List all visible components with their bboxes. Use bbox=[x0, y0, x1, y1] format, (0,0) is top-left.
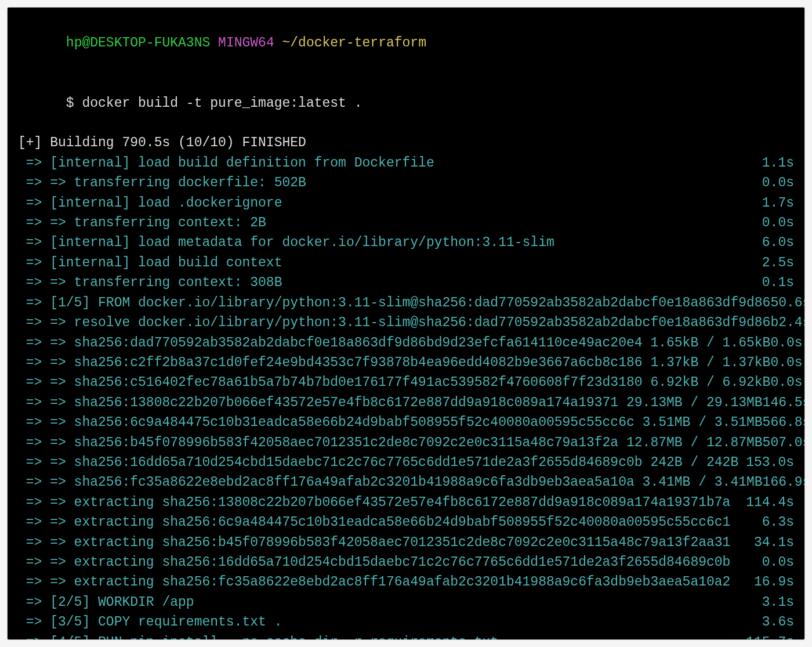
build-line-text: => => transferring context: 308B bbox=[18, 273, 762, 292]
build-line: => => extracting sha256:fc35a8622e8ebd2a… bbox=[18, 572, 794, 592]
build-line-text: => [internal] load build definition from… bbox=[18, 153, 762, 173]
build-line: => => sha256:6c9a484475c10b31eadca58e66b… bbox=[18, 413, 794, 432]
build-line: => [internal] load .dockerignore1.7s bbox=[18, 193, 794, 213]
terminal-window[interactable]: hp@DESKTOP-FUKA3NS MINGW64 ~/docker-terr… bbox=[7, 7, 805, 640]
build-line-time: 1.1s bbox=[762, 153, 794, 173]
build-line-text: => [internal] load metadata for docker.i… bbox=[18, 233, 762, 252]
build-line: => [internal] load build definition from… bbox=[18, 153, 794, 173]
prompt-user: hp@DESKTOP-FUKA3NS bbox=[66, 35, 218, 50]
build-line: => => extracting sha256:b45f078996b583f4… bbox=[18, 533, 794, 552]
build-line-text: => => extracting sha256:16dd65a710d254cb… bbox=[18, 552, 762, 572]
prompt-env: MINGW64 bbox=[218, 35, 282, 50]
build-line-time: 6.3s bbox=[762, 512, 794, 532]
build-output: => [internal] load build definition from… bbox=[18, 153, 794, 640]
build-line-text: => => transferring dockerfile: 502B bbox=[18, 173, 762, 193]
build-line: => => extracting sha256:13808c22b207b066… bbox=[18, 493, 794, 512]
build-line-text: => [internal] load build context bbox=[18, 253, 762, 273]
build-line: => [internal] load metadata for docker.i… bbox=[18, 233, 794, 252]
build-line-text: => [4/5] RUN pip install --no-cache-dir … bbox=[18, 632, 746, 640]
build-line: => => sha256:13808c22b207b066ef43572e57e… bbox=[18, 393, 794, 413]
build-line: => => extracting sha256:16dd65a710d254cb… bbox=[18, 552, 794, 572]
build-line-time: 6.0s bbox=[762, 233, 794, 252]
build-line-text: => => sha256:b45f078996b583f42058aec7012… bbox=[18, 433, 763, 453]
build-line-text: => => extracting sha256:fc35a8622e8ebd2a… bbox=[18, 572, 754, 592]
build-line: => => sha256:fc35a8622e8ebd2ac8ff176a49a… bbox=[18, 472, 794, 492]
build-line-time: 3.1s bbox=[762, 592, 794, 612]
build-line-text: => => sha256:c2ff2b8a37c1d0fef24e9bd4353… bbox=[18, 353, 770, 373]
build-line: => => resolve docker.io/library/python:3… bbox=[18, 313, 794, 332]
command-line: $ docker build -t pure_image:latest . bbox=[18, 73, 794, 133]
build-line-time: 0.0s bbox=[762, 552, 794, 572]
build-line-text: => => resolve docker.io/library/python:3… bbox=[18, 313, 778, 332]
build-line-text: => => extracting sha256:6c9a484475c10b31… bbox=[18, 512, 762, 532]
build-line-time: 0.0s bbox=[762, 173, 794, 193]
build-line-text: => [2/5] WORKDIR /app bbox=[18, 592, 762, 612]
build-line: => => sha256:c2ff2b8a37c1d0fef24e9bd4353… bbox=[18, 353, 794, 373]
prompt-path: ~/docker-terraform bbox=[282, 35, 426, 50]
build-line: => => extracting sha256:6c9a484475c10b31… bbox=[18, 512, 794, 532]
build-line-time: 0.0s bbox=[762, 213, 794, 233]
build-line-time: 0.0s bbox=[770, 353, 802, 373]
build-line-time: 0.0s bbox=[770, 373, 802, 392]
build-line-time: 153.0s bbox=[746, 453, 794, 472]
build-line-text: => => sha256:16dd65a710d254cbd15daebc71c… bbox=[18, 453, 746, 472]
build-line-time: 114.4s bbox=[746, 493, 794, 512]
build-line-time: 0.1s bbox=[762, 273, 794, 292]
build-line-time: 566.8s bbox=[763, 413, 805, 432]
build-line-time: 650.6s bbox=[763, 293, 805, 313]
build-line-time: 507.0s bbox=[763, 433, 805, 453]
build-line-time: 146.5s bbox=[763, 393, 805, 413]
build-line-text: => [internal] load .dockerignore bbox=[18, 193, 762, 213]
build-line: => [1/5] FROM docker.io/library/python:3… bbox=[18, 293, 794, 313]
build-line-text: => => sha256:13808c22b207b066ef43572e57e… bbox=[18, 393, 763, 413]
build-line-time: 2.4s bbox=[778, 313, 805, 332]
build-line-time: 3.6s bbox=[762, 612, 794, 632]
build-line: => => sha256:dad770592ab3582ab2dabcf0e18… bbox=[18, 333, 794, 353]
build-line-time: 0.0s bbox=[770, 333, 802, 353]
build-line-text: => => transferring context: 2B bbox=[18, 213, 762, 233]
build-line-text: => => sha256:fc35a8622e8ebd2ac8ff176a49a… bbox=[18, 472, 763, 492]
build-line: => [2/5] WORKDIR /app3.1s bbox=[18, 592, 794, 612]
build-line-text: => => sha256:c516402fec78a61b5a7b74b7bd0… bbox=[18, 373, 770, 392]
build-line: => [4/5] RUN pip install --no-cache-dir … bbox=[18, 632, 794, 640]
command-prefix: $ bbox=[66, 96, 82, 111]
build-line-text: => => sha256:dad770592ab3582ab2dabcf0e18… bbox=[18, 333, 770, 353]
build-line: => [internal] load build context2.5s bbox=[18, 253, 794, 273]
build-line: => => transferring context: 308B0.1s bbox=[18, 273, 794, 292]
build-line-time: 34.1s bbox=[754, 533, 794, 552]
build-line-text: => => extracting sha256:13808c22b207b066… bbox=[18, 493, 746, 512]
build-line-text: => [1/5] FROM docker.io/library/python:3… bbox=[18, 293, 763, 313]
build-line-time: 166.9s bbox=[763, 472, 805, 492]
build-line-text: => [3/5] COPY requirements.txt . bbox=[18, 612, 762, 632]
prompt-line: hp@DESKTOP-FUKA3NS MINGW64 ~/docker-terr… bbox=[18, 13, 794, 73]
build-line-time: 115.7s bbox=[746, 632, 794, 640]
command-text: docker build -t pure_image:latest . bbox=[82, 96, 362, 111]
build-line: => => sha256:16dd65a710d254cbd15daebc71c… bbox=[18, 453, 794, 472]
build-line-time: 2.5s bbox=[762, 253, 794, 273]
build-line: => => transferring context: 2B0.0s bbox=[18, 213, 794, 233]
build-status-line: [+] Building 790.5s (10/10) FINISHED bbox=[18, 133, 794, 153]
build-line-text: => => extracting sha256:b45f078996b583f4… bbox=[18, 533, 754, 552]
build-status-text: [+] Building 790.5s (10/10) FINISHED bbox=[18, 133, 794, 153]
build-line: => => sha256:c516402fec78a61b5a7b74b7bd0… bbox=[18, 373, 794, 392]
build-line: => => transferring dockerfile: 502B0.0s bbox=[18, 173, 794, 193]
build-line-text: => => sha256:6c9a484475c10b31eadca58e66b… bbox=[18, 413, 763, 432]
build-line: => => sha256:b45f078996b583f42058aec7012… bbox=[18, 433, 794, 453]
build-line-time: 1.7s bbox=[762, 193, 794, 213]
build-line: => [3/5] COPY requirements.txt .3.6s bbox=[18, 612, 794, 632]
build-line-time: 16.9s bbox=[754, 572, 794, 592]
